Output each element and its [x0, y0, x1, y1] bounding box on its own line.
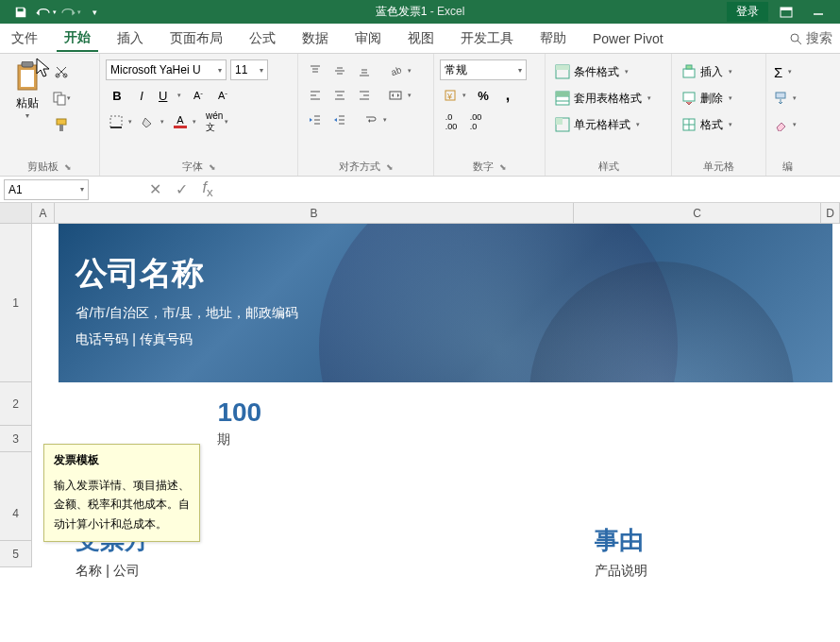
alignment-launcher[interactable]: ⬊	[386, 162, 394, 172]
search-box[interactable]: 搜索	[789, 30, 832, 47]
phonetic-button[interactable]: wén文▾	[202, 110, 232, 133]
svg-rect-49	[556, 92, 569, 96]
login-button[interactable]: 登录	[727, 2, 768, 22]
fill-color-button[interactable]: ▾	[138, 110, 168, 133]
fill-button[interactable]: ▾	[772, 86, 802, 110]
ribbon: 粘贴 ▾ ▾ 剪贴板⬊ Microsoft YaHei U▾ 11▾ B I U…	[0, 54, 840, 177]
bucket-icon	[142, 116, 155, 127]
row-header-2[interactable]: 2	[0, 382, 32, 426]
merge-button[interactable]: ▾	[385, 84, 415, 107]
number-launcher[interactable]: ⬊	[499, 162, 507, 172]
format-as-table-button[interactable]: 套用表格格式▾	[551, 86, 665, 110]
name-box[interactable]: A1▾	[4, 179, 89, 200]
tab-power-pivot[interactable]: Power Pivot	[585, 27, 671, 50]
increase-decimal-button[interactable]: .0.00	[440, 110, 462, 133]
enter-formula-button[interactable]: ✓	[172, 180, 191, 198]
minimize-button[interactable]	[804, 2, 832, 23]
increase-font-button[interactable]: Aˆ	[187, 84, 210, 107]
format-cells-button[interactable]: 格式▾	[678, 112, 760, 137]
svg-rect-45	[556, 65, 569, 70]
undo-button[interactable]: ▾	[34, 2, 57, 23]
delete-cells-button[interactable]: 删除▾	[678, 86, 760, 110]
tab-data[interactable]: 数据	[294, 26, 336, 51]
group-cells: 插入▾ 删除▾ 格式▾ 单元格	[672, 54, 766, 176]
align-center-button[interactable]	[328, 84, 351, 107]
insert-cells-button[interactable]: 插入▾	[678, 59, 760, 84]
row-header-5[interactable]: 5	[0, 541, 32, 567]
font-name-combo[interactable]: Microsoft YaHei U▾	[106, 59, 227, 80]
tab-review[interactable]: 审阅	[347, 26, 389, 51]
row-header-4[interactable]: 4	[0, 452, 32, 541]
select-all-corner[interactable]	[0, 203, 32, 223]
number-format-combo[interactable]: 常规▾	[440, 59, 527, 80]
increase-indent-button[interactable]	[328, 109, 351, 131]
clear-button[interactable]: ▾	[772, 112, 802, 137]
percent-button[interactable]: %	[472, 84, 495, 107]
column-header-D[interactable]: D	[821, 203, 840, 223]
tab-insert[interactable]: 插入	[109, 26, 151, 51]
tab-home[interactable]: 开始	[57, 25, 98, 52]
bold-button[interactable]: B	[106, 84, 128, 107]
font-launcher[interactable]: ⬊	[209, 162, 216, 172]
italic-button[interactable]: I	[130, 84, 153, 107]
svg-rect-53	[686, 65, 692, 69]
format-painter-button[interactable]	[51, 114, 72, 135]
fx-button[interactable]: fx	[198, 179, 217, 199]
cancel-formula-button[interactable]: ✕	[145, 180, 164, 198]
align-bottom-button[interactable]	[353, 59, 376, 82]
insert-icon	[681, 64, 697, 79]
font-size-combo[interactable]: 11▾	[230, 59, 268, 80]
column-header-B[interactable]: B	[55, 203, 574, 223]
align-right-button[interactable]	[353, 84, 376, 107]
tab-file[interactable]: 文件	[8, 26, 45, 51]
bill-to-name: 名称 | 公司	[76, 563, 595, 580]
cell-styles-button[interactable]: 单元格样式▾	[551, 112, 665, 137]
cell-style-icon	[555, 117, 570, 132]
save-button[interactable]	[9, 2, 32, 23]
decrease-decimal-button[interactable]: .00.0	[464, 110, 487, 133]
align-top-button[interactable]	[304, 59, 327, 82]
decrease-font-button[interactable]: Aˇ	[211, 84, 234, 107]
borders-button[interactable]: ▾	[106, 110, 136, 133]
svg-rect-56	[776, 93, 785, 98]
align-left-button[interactable]	[304, 84, 327, 107]
paste-button[interactable]: 粘贴 ▾	[6, 58, 49, 158]
svg-rect-7	[21, 70, 34, 87]
font-color-button[interactable]: A▾	[170, 110, 200, 133]
redo-button[interactable]: ▾	[59, 2, 81, 23]
qat-customize-button[interactable]: ▾	[83, 2, 106, 23]
scissors-icon	[54, 64, 69, 79]
row-header-1[interactable]: 1	[0, 224, 32, 382]
cut-button[interactable]	[51, 61, 72, 82]
ribbon-display-button[interactable]	[772, 2, 800, 23]
underline-button[interactable]: U▾	[155, 84, 185, 107]
svg-rect-51	[556, 118, 563, 125]
accounting-format-button[interactable]: ¥▾	[440, 84, 470, 107]
column-header-C[interactable]: C	[574, 203, 821, 223]
align-middle-button[interactable]	[328, 59, 351, 82]
decrease-indent-button[interactable]	[304, 109, 327, 131]
row-header-3[interactable]: 3	[0, 426, 32, 452]
comma-button[interactable]: ,	[496, 84, 519, 107]
column-header-A[interactable]: A	[32, 203, 55, 223]
tab-formulas[interactable]: 公式	[242, 26, 283, 51]
quick-access-toolbar: ▾ ▾ ▾	[0, 2, 106, 23]
tab-developer[interactable]: 开发工具	[453, 26, 521, 51]
autosum-button[interactable]: Σ▾	[772, 59, 802, 84]
format-icon	[681, 117, 697, 132]
group-styles: 条件格式▾ 套用表格格式▾ 单元格样式▾ 样式	[546, 54, 672, 176]
wrap-text-button[interactable]: ▾	[361, 109, 391, 131]
group-label-editing: 编	[782, 160, 793, 174]
conditional-formatting-button[interactable]: 条件格式▾	[551, 59, 665, 84]
orientation-button[interactable]: ab▾	[385, 59, 415, 82]
copy-button[interactable]: ▾	[51, 88, 72, 109]
group-alignment: ab▾ ▾ ▾ 对齐方式⬊	[298, 54, 434, 176]
tab-page-layout[interactable]: 页面布局	[162, 26, 230, 51]
svg-rect-14	[110, 116, 122, 127]
worksheet-area: A B C D 1 2 3 4 5 公司名称 省/市/自治区，市/县，地址，邮政…	[0, 203, 840, 642]
tab-help[interactable]: 帮助	[532, 26, 574, 51]
tab-view[interactable]: 视图	[400, 26, 442, 51]
clipboard-launcher[interactable]: ⬊	[64, 162, 72, 172]
formula-input[interactable]	[217, 179, 840, 200]
fill-down-icon	[774, 92, 787, 105]
